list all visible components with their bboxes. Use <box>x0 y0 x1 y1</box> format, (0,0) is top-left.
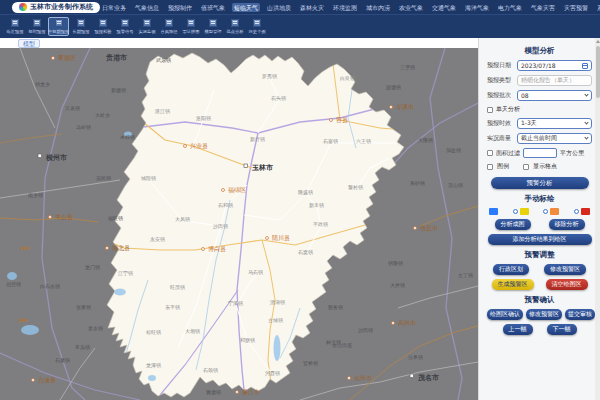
menu-item[interactable]: 城市内涝 <box>364 3 392 12</box>
menu-item[interactable]: 农业气象 <box>397 3 425 12</box>
warning-adjust-row: 生成预警区清空绘图区 <box>487 279 592 290</box>
validity-select[interactable]: 1-3天 <box>517 118 592 129</box>
map-label: 松旺镇 <box>146 329 161 335</box>
menu-item[interactable]: 环境监测 <box>331 3 359 12</box>
map-label: 古丁镇 <box>458 272 473 278</box>
model-breadcrumb-button[interactable]: 模型 <box>18 39 40 48</box>
map-label: 龙门镇 <box>85 264 100 270</box>
map-label: 清湖镇 <box>270 299 285 306</box>
manual-plot-button[interactable]: 移除分析 <box>549 219 585 230</box>
warning-confirm-button[interactable]: 提交审核 <box>565 309 595 320</box>
warning-adjust-button[interactable]: 清空绘图区 <box>546 279 588 290</box>
area-filter-label: 面积过滤 <box>496 149 520 158</box>
tab-label: 选点分析 <box>226 28 243 33</box>
map-label: 波塘镇 <box>385 84 401 91</box>
validity-value: 1-3天 <box>521 119 537 128</box>
app-window: 玉林市业务制作系统 日常业务气象信息预报制作值班气象短临天气山洪地质森林火灾环境… <box>0 0 600 400</box>
map-label: 福旺镇 <box>108 215 123 222</box>
county-marker <box>106 247 109 250</box>
menu-item[interactable]: 电力气象 <box>496 3 524 12</box>
color-chip[interactable] <box>520 208 529 215</box>
map-label: 新丰镇 <box>309 202 324 208</box>
map-canvas[interactable]: 玉林市贵港市茂名市横州市兴业县容县福绵区陆川县博白县覃塘区灵山县浦北县合浦县岑溪… <box>0 48 478 400</box>
map-label: 横州市 <box>45 153 67 162</box>
color-option <box>513 208 529 215</box>
menu-item[interactable]: 森林火灾 <box>298 3 326 12</box>
color-chip[interactable] <box>550 208 559 215</box>
map-label: 岑溪市 <box>396 103 414 110</box>
manual-plot-button[interactable]: 分析成图 <box>495 219 531 230</box>
tab-3[interactable]: 中短期预报 <box>48 17 69 36</box>
map-label: 白良镇 <box>340 75 355 82</box>
warning-adjust-button[interactable]: 行政区划 <box>493 264 529 275</box>
menu-item[interactable]: 海洋气象 <box>463 3 491 12</box>
color-radio[interactable] <box>574 209 579 214</box>
color-chip[interactable] <box>581 208 590 215</box>
page-nav-button[interactable]: 上一幅 <box>503 324 533 335</box>
menu-item[interactable]: 灾害预警 <box>562 3 590 12</box>
forecast-type-label: 预报类型 <box>487 76 514 85</box>
tab-2[interactable]: 短时预报 <box>26 17 47 36</box>
menu-item[interactable]: 短临天气 <box>232 3 260 12</box>
menu-item[interactable]: 日常业务 <box>100 3 128 12</box>
scroll-up-arrow[interactable] <box>596 40 600 43</box>
menu-item[interactable]: 值班气象 <box>199 3 227 12</box>
menu-item[interactable]: 山洪地质 <box>265 3 293 12</box>
color-chip[interactable] <box>489 208 498 215</box>
warning-analysis-button[interactable]: 预警分析 <box>491 177 589 189</box>
add-analysis-to-draw-button[interactable]: 添加分析结果到绘区 <box>488 234 592 245</box>
map-label: 沙田镇 <box>358 327 373 334</box>
warning-adjust-button[interactable]: 生成预警区 <box>492 279 534 290</box>
page-nav-button[interactable]: 下一幅 <box>547 324 577 335</box>
forecast-batch-select[interactable]: 08 <box>517 90 592 101</box>
tab-4[interactable]: 长期预报 <box>70 17 91 36</box>
color-radio[interactable] <box>543 209 548 214</box>
model-analysis-panel: 模型分析 预报日期 2023/07/18 预报类型 精细化报告（单天） 预报批次… <box>478 38 600 400</box>
tab-label: 中短期预报 <box>48 28 69 33</box>
color-option <box>574 208 590 215</box>
map-label: 石和镇 <box>218 202 233 209</box>
forecast-date-input[interactable]: 2023/07/18 <box>517 60 592 71</box>
menu-item[interactable]: 系统管理 <box>595 3 600 12</box>
area-filter-input[interactable] <box>523 148 557 158</box>
color-radio[interactable] <box>513 209 518 214</box>
county-marker <box>236 391 239 394</box>
city-marker <box>410 374 414 378</box>
tab-7[interactable]: 实况监测 <box>136 17 157 36</box>
panel-scrollbar[interactable] <box>595 38 600 400</box>
menu-item[interactable]: 预报制作 <box>166 3 194 12</box>
tab-10[interactable]: 模型管理 <box>202 17 223 36</box>
tab-5[interactable]: 预报检验 <box>92 17 113 36</box>
single-day-checkbox[interactable] <box>487 107 493 113</box>
tab-9[interactable]: 雷达拼图 <box>180 17 201 36</box>
top-navbar: 玉林市业务制作系统 日常业务气象信息预报制作值班气象短临天气山洪地质森林火灾环境… <box>0 0 600 14</box>
menu-item[interactable]: 气象信息 <box>133 3 161 12</box>
map-column: 模型 <box>0 38 478 400</box>
area-filter-checkbox[interactable] <box>487 150 493 156</box>
forecast-type-input: 精细化报告（单天） <box>517 75 592 86</box>
tab-8[interactable]: 台风路径 <box>158 17 179 36</box>
legend-checkbox[interactable] <box>487 164 493 170</box>
tab-label: 历史个例 <box>248 28 265 33</box>
forecast-tab-icon <box>143 19 151 27</box>
tab-bar: 临近预报短时预报中短期预报长期预报预报检验预警信号实况监测台风路径雷达拼图模型管… <box>0 14 600 38</box>
warning-confirm-button[interactable]: 修改预警区 <box>526 309 562 320</box>
validity-label: 预报时效 <box>487 119 514 128</box>
tab-1[interactable]: 临近预报 <box>4 17 25 36</box>
warning-adjust-button[interactable]: 修改预警区 <box>544 264 586 275</box>
menu-item[interactable]: 气象灾害 <box>529 3 557 12</box>
app-logo[interactable]: 玉林市业务制作系统 <box>12 2 100 13</box>
map-label: 茂名市 <box>417 373 439 382</box>
scrollbar-thumb[interactable] <box>596 46 600 98</box>
menu-item[interactable]: 交通气象 <box>430 3 458 12</box>
tab-12[interactable]: 历史个例 <box>246 17 267 36</box>
rainfall-select[interactable]: 截止当前时间 <box>517 133 592 144</box>
warning-confirm-button[interactable]: 绘图区确认 <box>487 309 523 320</box>
rainfall-label: 实况雨量 <box>487 134 514 143</box>
map-label: 河唇镇 <box>265 370 280 377</box>
grid-checkbox[interactable] <box>523 164 529 170</box>
tab-6[interactable]: 预警信号 <box>114 17 135 36</box>
tab-11[interactable]: 选点分析 <box>224 17 245 36</box>
map-label: 镇龙乡 <box>35 81 50 87</box>
map-label: 宁潭镇 <box>228 300 243 307</box>
